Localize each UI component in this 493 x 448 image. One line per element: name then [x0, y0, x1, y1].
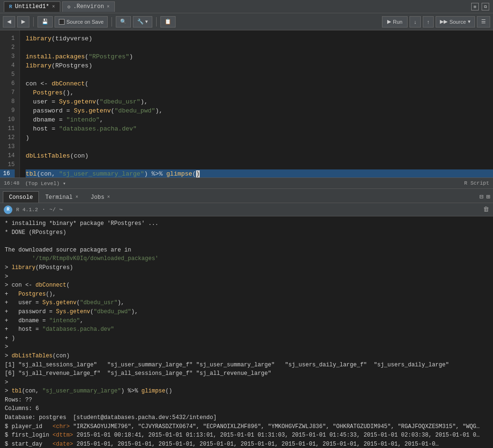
code-line-12: ) — [26, 133, 493, 142]
console-path: ~/ — [49, 207, 56, 213]
ln-11: 11 — [0, 124, 15, 133]
code-line-14: dbListTables(con) — [26, 151, 493, 160]
code-line-2 — [26, 43, 493, 52]
console-output-5: '/tmp/Rtmp8vK0Iq/downloaded_packages' — [5, 254, 488, 263]
tab-untitled1[interactable]: R Untitled1* × — [4, 1, 60, 12]
code-line-8: user = Sys.getenv("dbedu_usr"), — [26, 97, 493, 106]
close-tab2-icon[interactable]: × — [107, 4, 110, 9]
editor-toolbar: ◀ ▶ 💾 Source on Save 🔍 🔧 ▾ 📋 ▶ Run ↓ ↑ ▶… — [0, 13, 493, 30]
console-output-23: Database: postgres [student@databases.pa… — [5, 413, 488, 422]
icon-box1[interactable]: ⊞ — [471, 3, 479, 10]
ln-13: 13 — [0, 142, 15, 151]
console-output-15: > — [5, 343, 488, 352]
source-label: Source — [449, 19, 466, 25]
ln-16: 16 — [0, 169, 15, 177]
jobs-tab-label: Jobs — [91, 194, 104, 201]
compile-button[interactable]: 📋 — [160, 16, 176, 28]
r-version-label: R 4.1.2 — [16, 207, 38, 213]
tab-terminal[interactable]: Terminal × — [39, 191, 84, 203]
search-button[interactable]: 🔍 — [116, 16, 131, 28]
console-nav-icon[interactable]: ↪ — [59, 206, 63, 213]
console-output-16: > dbListTables(con) — [5, 352, 488, 361]
code-line-15 — [26, 160, 493, 169]
menu-button[interactable]: ☰ — [477, 16, 490, 28]
tools-button[interactable]: 🔧 ▾ — [133, 16, 152, 28]
source-icon: ▶▶ — [440, 19, 447, 25]
ln-14: 14 — [0, 151, 15, 160]
checkbox-icon — [59, 19, 65, 25]
code-editor: 1 2 3 4 5 6 7 8 9 10 11 12 13 14 15 16 1… — [0, 30, 493, 177]
status-bar: 16:48 (Top Level) ▾ R Script — [0, 177, 493, 189]
r-console-icon: R — [4, 205, 12, 214]
ln-4: 4 — [0, 61, 15, 70]
down-arrow-button[interactable]: ↓ — [409, 16, 421, 28]
console-toolbar: R R 4.1.2 · ~/ ↪ 🗑 — [0, 203, 493, 216]
back-button[interactable]: ◀ — [3, 16, 15, 28]
console-output-8: > con <- dbConnect( — [5, 281, 488, 290]
window-controls: ⊞ ⧉ — [471, 3, 489, 10]
console-output-22: Columns: 6 — [5, 404, 488, 413]
code-line-7: Postgres(), — [26, 88, 493, 97]
terminal-close-icon[interactable]: × — [75, 195, 78, 200]
tab-renviron[interactable]: ⚙ .Renviron × — [62, 1, 115, 12]
console-output-9: + Postgres(), — [5, 290, 488, 299]
save-button[interactable]: 💾 — [37, 16, 53, 28]
maximize-console-icon[interactable]: ⊞ — [486, 193, 490, 201]
r-file-icon: R — [9, 4, 12, 9]
console-output-4: The downloaded source packages are in — [5, 246, 488, 255]
code-line-1: library(tidyverse) — [26, 34, 493, 43]
console-output-25: $ first_login <dttm> 2015-01-01 00:18:41… — [5, 431, 488, 440]
icon-box2[interactable]: ⧉ — [482, 3, 489, 10]
ln-3: 3 — [0, 52, 15, 61]
code-line-4: library(RPostgres) — [26, 61, 493, 70]
terminal-tab-label: Terminal — [45, 194, 73, 201]
script-type: R Script — [464, 180, 489, 186]
code-line-3: install.packages("RPostgres") — [26, 52, 493, 61]
ln-5: 5 — [0, 70, 15, 79]
console-output-1: * installing *binary* package 'RPostgres… — [5, 219, 488, 228]
sep3 — [156, 17, 157, 27]
tab-jobs[interactable]: Jobs × — [84, 191, 116, 203]
console-output-7: > — [5, 272, 488, 281]
ln-7: 7 — [0, 88, 15, 97]
console-output-21: Rows: ?? — [5, 396, 488, 405]
line-numbers: 1 2 3 4 5 6 7 8 9 10 11 12 13 14 15 16 1… — [0, 30, 20, 177]
forward-button[interactable]: ▶ — [17, 16, 29, 28]
close-tab1-icon[interactable]: × — [52, 4, 55, 9]
console-output-19: > — [5, 378, 488, 387]
code-text[interactable]: library(tidyverse) install.packages("RPo… — [20, 30, 493, 177]
tab-console[interactable]: Console — [3, 191, 39, 203]
console-tools: 🗑 — [483, 206, 489, 213]
minimize-console-icon[interactable]: ⊟ — [479, 193, 483, 201]
ln-2: 2 — [0, 43, 15, 52]
cursor-position: 16:48 — [4, 180, 19, 186]
code-line-11: host = "databases.pacha.dev" — [26, 124, 493, 133]
up-arrow-button[interactable]: ↑ — [423, 16, 434, 28]
scope-label: (Top Level) — [25, 181, 60, 187]
jobs-close-icon[interactable]: × — [107, 195, 110, 200]
run-icon: ▶ — [387, 19, 391, 25]
source-button[interactable]: ▶▶ Source ▾ — [436, 16, 475, 28]
clear-console-icon[interactable]: 🗑 — [483, 206, 489, 213]
status-scope[interactable]: (Top Level) ▾ — [25, 180, 66, 187]
console-output-13: + host = "databases.pacha.dev" — [5, 325, 488, 334]
sep1 — [33, 17, 34, 27]
console-output-11: + password = Sys.getenv("dbedu_pwd"), — [5, 308, 488, 317]
code-line-13 — [26, 142, 493, 151]
console-output-6: > library(RPostgres) — [5, 263, 488, 272]
console-output-20: > tbl(con, "sj_user_summary_large") %>% … — [5, 387, 488, 396]
console-output-26: $ start_day <date> 2015-01-01, 2015-01-0… — [5, 440, 488, 448]
source-on-save-label: Source on Save — [66, 19, 103, 25]
console-output-14: + ) — [5, 334, 488, 343]
ln-6: 6 — [0, 79, 15, 88]
console-output[interactable]: * installing *binary* package 'RPostgres… — [0, 216, 493, 448]
ln-1: 1 — [0, 34, 15, 43]
console-tabs: Console Terminal × Jobs × ⊟ ⊞ — [0, 189, 493, 203]
source-on-save-button[interactable]: Source on Save — [55, 16, 108, 28]
run-button[interactable]: ▶ Run — [382, 16, 408, 28]
run-label: Run — [393, 19, 402, 25]
console-output-17: [1] "sj_all_sessions_large" "sj_user_sum… — [5, 361, 488, 370]
tab-renviron-label: .Renviron — [73, 3, 104, 10]
scope-dropdown-icon: ▾ — [63, 181, 66, 187]
renviron-icon: ⚙ — [67, 4, 71, 10]
